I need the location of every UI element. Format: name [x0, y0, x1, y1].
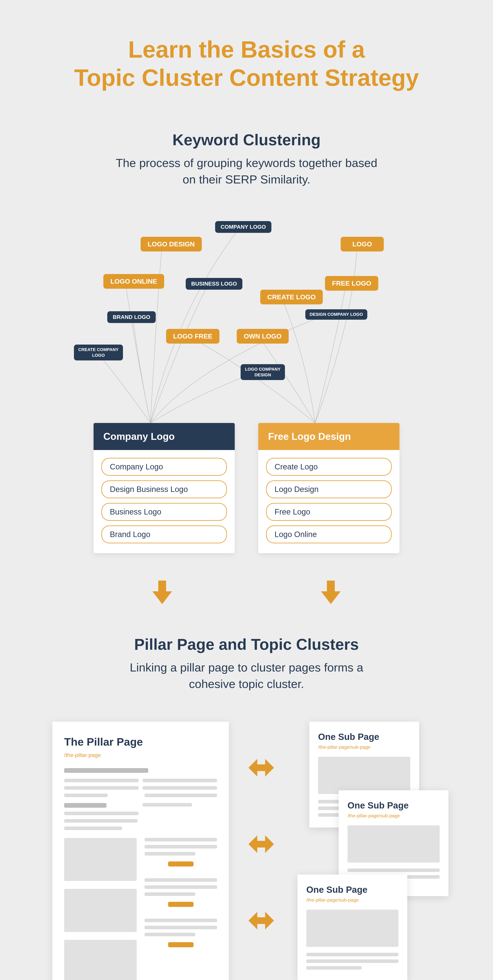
placeholder-line [64, 819, 137, 822]
pillar-col-left [64, 838, 137, 980]
pillar-col-right [145, 838, 217, 980]
pill-own-logo: OWN LOGO [237, 329, 289, 344]
sub-pages-stack: One Sub Page /the-pillar-page/sub-page O… [294, 722, 440, 980]
pillar-page-url: /the-pillar-page [64, 752, 217, 758]
cluster-card-company-logo: Company Logo Company Logo Design Busines… [94, 423, 235, 553]
pillar-page-mock: The Pillar Page /the-pillar-page [53, 722, 229, 980]
sub-page-url: /the-pillar-page/sub-page [318, 745, 410, 750]
arrow-down-icon [152, 581, 172, 604]
image-placeholder [64, 889, 137, 932]
infographic-container: Learn the Basics of a Topic Cluster Cont… [0, 0, 493, 980]
placeholder-line [64, 768, 148, 773]
sub-page-mock: One Sub Page /the-pillar-page/sub-page [297, 875, 407, 980]
placeholder-row [64, 803, 217, 808]
keyword-cluster-diagram: COMPANY LOGO LOGO DESIGN LOGO LOGO ONLIN… [41, 217, 452, 423]
pill-design-company-logo: DESIGN COMPANY LOGO [305, 309, 367, 320]
card-item: Brand Logo [101, 525, 227, 543]
pill-logo-design: LOGO DESIGN [140, 237, 202, 251]
title-line-1: Learn the Basics of a [128, 36, 365, 62]
placeholder-row [64, 786, 217, 790]
placeholder-row [64, 779, 217, 782]
sub-page-title: One Sub Page [348, 800, 440, 811]
card-item: Logo Online [266, 525, 392, 543]
card-body: Create Logo Logo Design Free Logo Logo O… [258, 450, 399, 553]
cluster-cards-row: Company Logo Company Logo Design Busines… [39, 423, 454, 553]
sub-page-url: /the-pillar-page/sub-page [306, 897, 399, 903]
pillar-page-title: The Pillar Page [64, 735, 217, 748]
image-placeholder [318, 757, 410, 794]
accent-bar [168, 861, 193, 867]
sub-page-title: One Sub Page [306, 885, 399, 895]
placeholder-row [64, 794, 217, 797]
connector-lines [41, 217, 452, 423]
cluster-card-free-logo-design: Free Logo Design Create Logo Logo Design… [258, 423, 399, 553]
card-header: Company Logo [94, 423, 235, 450]
pill-brand-logo: BRAND LOGO [107, 311, 156, 323]
accent-bar [168, 902, 193, 907]
placeholder-row [64, 811, 217, 815]
image-placeholder [306, 910, 399, 947]
pill-create-company-logo: CREATE COMPANY LOGO [74, 345, 123, 360]
arrow-bidirectional-icon [249, 910, 274, 931]
card-item: Company Logo [101, 458, 227, 476]
section-2-subtitle: Linking a pillar page to cluster pages f… [39, 659, 454, 692]
card-item: Logo Design [266, 480, 392, 498]
section-1-subtitle: The process of grouping keywords togethe… [39, 155, 454, 188]
pillar-cluster-diagram: The Pillar Page /the-pillar-page [39, 722, 454, 980]
pill-company-logo: COMPANY LOGO [215, 221, 271, 233]
image-placeholder [64, 940, 137, 980]
card-item: Design Business Logo [101, 480, 227, 498]
card-item: Create Logo [266, 458, 392, 476]
card-header: Free Logo Design [258, 423, 399, 450]
pill-logo-free: LOGO FREE [166, 329, 219, 344]
section-2-title: Pillar Page and Topic Clusters [39, 635, 454, 654]
card-item: Business Logo [101, 503, 227, 521]
sub-page-url: /the-pillar-page/sub-page [348, 813, 440, 818]
bidirectional-arrows [249, 757, 274, 931]
pill-logo: LOGO [341, 237, 384, 251]
pill-free-logo: FREE LOGO [325, 276, 378, 291]
image-placeholder [348, 826, 440, 862]
card-item: Free Logo [266, 503, 392, 521]
arrow-down-icon [321, 581, 341, 604]
main-title: Learn the Basics of a Topic Cluster Cont… [39, 35, 454, 92]
title-line-2: Topic Cluster Content Strategy [74, 65, 419, 91]
section-1-title: Keyword Clustering [39, 131, 454, 149]
pill-create-logo: CREATE LOGO [260, 290, 323, 304]
pill-business-logo: BUSINESS LOGO [186, 278, 243, 290]
arrow-bidirectional-icon [249, 834, 274, 855]
image-placeholder [64, 838, 137, 881]
placeholder-line [64, 827, 122, 830]
down-arrows-row [39, 581, 454, 604]
arrow-bidirectional-icon [249, 757, 274, 778]
sub-page-title: One Sub Page [318, 732, 410, 742]
pill-logo-online: LOGO ONLINE [103, 274, 164, 289]
pillar-columns [64, 838, 217, 980]
card-body: Company Logo Design Business Logo Busine… [94, 450, 235, 553]
accent-bar [168, 942, 193, 947]
pill-logo-company-design: LOGO COMPANY DESIGN [241, 364, 285, 380]
